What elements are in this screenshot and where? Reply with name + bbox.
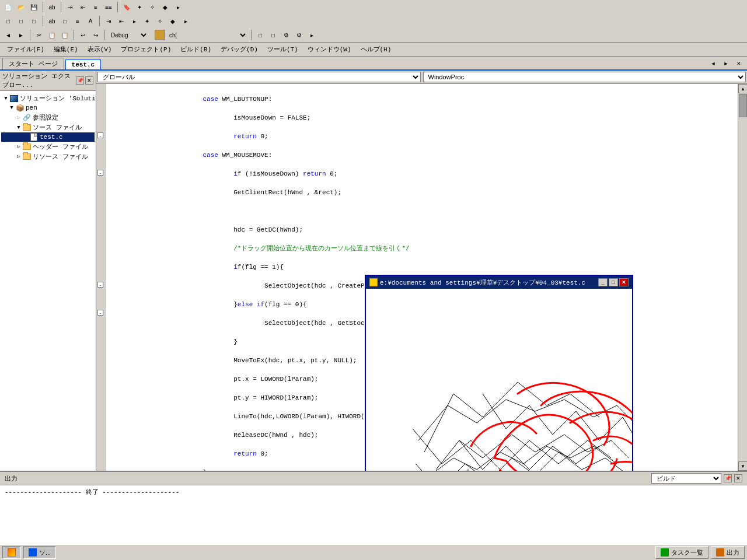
fwd-btn[interactable]: ► [15,29,27,41]
tool7-btn[interactable]: ▸ [128,15,140,27]
expand-headers[interactable]: ▷ [15,144,22,150]
A-btn[interactable]: A [85,15,96,27]
menu-view[interactable]: 表示(V) [83,44,117,55]
back-btn[interactable]: ◄ [2,29,14,41]
tab-bar-left: スタート ページ test.c [2,58,102,69]
format-btn[interactable]: ≡≡ [103,1,114,13]
function-dropdown[interactable]: WindowProc [423,72,746,82]
tab-start[interactable]: スタート ページ [2,58,64,69]
project-dropdown[interactable]: ch[ [166,29,248,41]
menu-build[interactable]: ビルド(B) [176,44,216,55]
expand-refs[interactable]: ▷ [15,114,22,121]
scrollbar-thumb[interactable] [739,94,747,117]
headers-label: ヘッダー ファイル [33,142,88,151]
tree-refs[interactable]: ▷ 🔗 参照設定 [1,113,95,123]
scroll-up-btn[interactable]: ▲ [738,84,747,93]
tool12-btn[interactable]: □ [254,29,266,41]
tool2-btn[interactable]: ✧ [146,1,158,13]
tool16-btn[interactable]: ▸ [306,29,317,41]
output-pin-btn[interactable]: 📌 [724,474,732,482]
tool3-btn[interactable]: ◆ [159,1,171,13]
tool5-btn[interactable]: ⇥ [103,15,114,27]
open-btn[interactable]: 📂 [15,1,27,13]
tree-pen[interactable]: ▼ 📦 pen [1,103,95,113]
collapse-marker-4[interactable]: - [97,310,103,316]
tree-solution[interactable]: ▼ ソリューション 'Solution1' (1 プ [1,93,95,103]
collapse-marker-3[interactable]: - [97,282,103,288]
expand-pen[interactable]: ▼ [8,105,15,111]
tool13-btn[interactable]: □ [267,29,279,41]
floating-maximize-btn[interactable]: □ [609,278,618,286]
tree-headers[interactable]: ▷ ヘッダー ファイル [1,142,95,152]
bookmark-btn[interactable]: 🔖 [121,1,132,13]
save2-btn[interactable]: □ [28,15,40,27]
undo-btn[interactable]: ↩ [77,29,89,41]
floating-minimize-btn[interactable]: _ [598,278,608,286]
indent2-btn[interactable]: ≡ [90,1,102,13]
gutter-line [96,252,105,261]
redo-btn[interactable]: ↪ [90,29,102,41]
taskbar-tasks[interactable]: タスク一覧 [655,546,708,559]
ab2-btn[interactable]: ab [46,15,58,27]
paste-btn[interactable]: 📋 [59,29,71,41]
taskbar-start[interactable] [2,546,21,559]
panel-close-btn[interactable]: ✕ [85,76,93,85]
menu-tools[interactable]: ツール(T) [263,44,303,55]
config-dropdown[interactable]: Debug [108,29,149,41]
menu-edit[interactable]: 編集(E) [49,44,83,55]
tree-resources[interactable]: ▷ リソース ファイル [1,152,95,162]
menu-debug[interactable]: デバッグ(D) [216,44,263,55]
tool4-btn[interactable]: ▸ [172,1,184,13]
code-line [110,206,733,216]
menu-file[interactable]: ファイル(F) [2,44,49,55]
tool8-btn[interactable]: ✦ [141,15,153,27]
scroll-down-btn[interactable]: ▼ [738,461,747,471]
expand-source[interactable]: ▼ [15,125,22,131]
menu-window[interactable]: ウィンドウ(W) [303,44,356,55]
tool1-btn[interactable]: ✦ [134,1,145,13]
open2-btn[interactable]: □ [15,15,27,27]
output-dropdown[interactable]: ビルド [651,473,721,484]
tool9-btn[interactable]: ✧ [154,15,166,27]
tool10-btn[interactable]: ◆ [167,15,179,27]
tree-testc[interactable]: test.c [1,132,95,142]
copy-btn[interactable]: 📋 [46,29,58,41]
gutter-line: - [96,168,105,177]
tool15-btn[interactable]: ⚙ [293,29,305,41]
floating-close-btn[interactable]: ✕ [619,278,629,286]
new2-btn[interactable]: □ [2,15,14,27]
save-btn[interactable]: 💾 [28,1,40,13]
expand-resources[interactable]: ▷ [15,153,22,160]
output-close-btn[interactable]: ✕ [734,474,742,482]
menu-help[interactable]: ヘルプ(H) [356,44,396,55]
tab-fwd-btn[interactable]: ► [720,58,732,69]
ab-btn[interactable]: ab [46,1,58,13]
cut-btn[interactable]: ✂ [33,29,45,41]
taskbar-explorer[interactable]: ソ... [23,546,56,559]
tab-close-btn[interactable]: ✕ [733,58,745,69]
tab-back-btn[interactable]: ◄ [707,58,719,69]
gutter-line [96,196,105,205]
scrollbar-track[interactable] [738,93,747,461]
expand-solution[interactable]: ▼ [2,96,9,102]
indent-btn[interactable]: ⇥ [64,1,76,13]
floating-window[interactable]: e:¥documents and settings¥理華¥デスクトップ¥04_0… [365,275,633,471]
new-file-btn[interactable]: 📄 [2,1,14,13]
collapse-marker-1[interactable]: - [97,132,103,138]
menu-project[interactable]: プロジェクト(P) [116,44,176,55]
tab-testc[interactable]: test.c [65,60,102,69]
prop-btn[interactable]: □ [59,15,71,27]
build-icon[interactable] [155,30,165,40]
panel-pin-btn[interactable]: 📌 [76,76,84,85]
tool14-btn[interactable]: ⚙ [280,29,292,41]
tree-source[interactable]: ▼ ソース ファイル [1,123,95,132]
main-layout: スタート ページ test.c ◄ ► ✕ ソリューション エクスプロー... … [0,57,747,560]
scope-dropdown[interactable]: グローバル [97,72,421,82]
tool6-btn[interactable]: ⇤ [116,15,127,27]
outdent-btn[interactable]: ⇤ [77,1,89,13]
list-btn[interactable]: ≡ [72,15,83,27]
taskbar-output[interactable]: 出力 [711,546,745,559]
floating-titlebar: e:¥documents and settings¥理華¥デスクトップ¥04_0… [366,276,632,289]
collapse-marker-2[interactable]: - [97,170,103,176]
tool11-btn[interactable]: ▸ [180,15,191,27]
